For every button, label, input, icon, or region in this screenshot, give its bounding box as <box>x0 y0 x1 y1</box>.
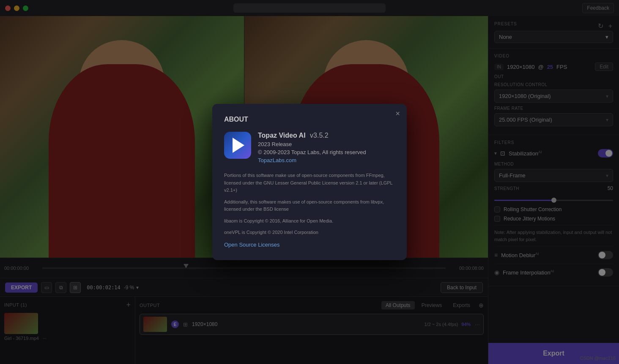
app-icon <box>224 132 251 159</box>
about-app-info: Topaz Video AI v3.5.2 2023 Release © 200… <box>258 132 366 163</box>
about-copyright: © 2009-2023 Topaz Labs, All rights reser… <box>258 149 366 155</box>
about-legal-4: oneVPL is Copyright © 2020 Intel Corpora… <box>224 229 395 236</box>
about-release: 2023 Release <box>258 141 366 147</box>
about-website-link[interactable]: TopazLabs.com <box>258 157 366 163</box>
about-legal-1: Portions of this software make use of op… <box>224 172 395 194</box>
app-play-icon <box>233 138 244 153</box>
about-app-row: Topaz Video AI v3.5.2 2023 Release © 200… <box>224 132 395 163</box>
about-title: ABOUT <box>224 116 395 123</box>
about-legal-2: Additionally, this software makes use of… <box>224 198 395 213</box>
about-close-button[interactable]: × <box>395 110 400 117</box>
about-app-name: Topaz Video AI v3.5.2 <box>258 132 366 139</box>
about-dialog-overlay: ABOUT × Topaz Video AI v3.5.2 2023 Relea… <box>0 0 619 364</box>
about-opensource-link[interactable]: Open Source Licenses <box>224 242 280 248</box>
about-legal-3: libaom is Copyright © 2016, Alliance for… <box>224 217 395 225</box>
about-dialog: ABOUT × Topaz Video AI v3.5.2 2023 Relea… <box>212 104 407 260</box>
